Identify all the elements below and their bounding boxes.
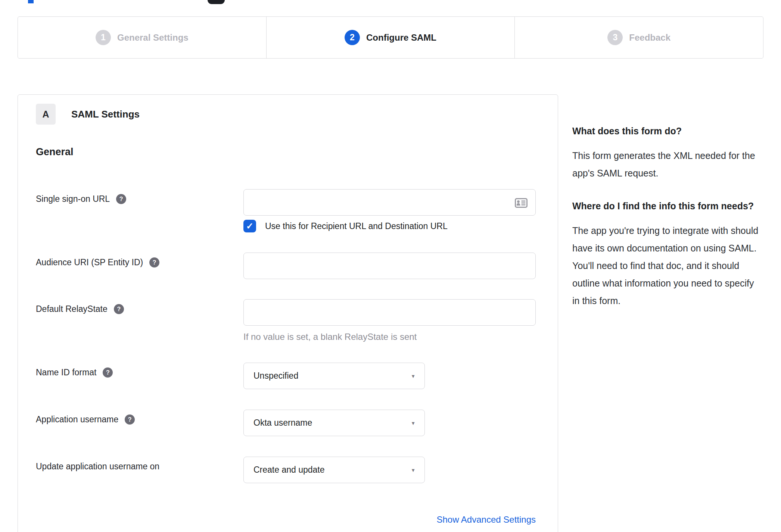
recipient-url-checkbox-label: Use this for Recipient URL and Destinati… <box>265 221 448 231</box>
audience-uri-label: Audience URI (SP Entity ID) <box>36 257 143 267</box>
step-label: Configure SAML <box>366 32 436 43</box>
help-icon[interactable]: ? <box>114 304 124 314</box>
selected-value: Okta username <box>253 418 312 428</box>
cropped-blue-fragment <box>28 0 34 3</box>
step-general-settings[interactable]: 1 General Settings <box>18 17 266 58</box>
step-number-badge: 1 <box>96 30 111 45</box>
general-subsection-title: General <box>36 146 558 158</box>
sso-url-row: Single sign-on URL ? <box>36 189 558 232</box>
update-app-username-row: Update application username on Create an… <box>36 457 558 483</box>
application-username-label: Application username <box>36 414 118 425</box>
advanced-settings-row: Show Advanced Settings <box>36 514 536 525</box>
name-id-format-label: Name ID format <box>36 367 96 378</box>
audience-uri-input[interactable] <box>243 253 536 279</box>
audience-uri-row: Audience URI (SP Entity ID) ? <box>36 253 558 279</box>
update-app-username-label: Update application username on <box>36 461 159 472</box>
show-advanced-settings-link[interactable]: Show Advanced Settings <box>436 514 536 525</box>
step-feedback[interactable]: 3 Feedback <box>514 17 763 58</box>
saml-settings-panel: A SAML Settings General Single sign-on U… <box>18 94 558 532</box>
recipient-url-checkbox-row: ✓ Use this for Recipient URL and Destina… <box>243 220 536 232</box>
help-icon[interactable]: ? <box>103 367 113 378</box>
name-id-format-row: Name ID format ? Unspecified ▼ <box>36 363 558 389</box>
cropped-dark-fragment <box>208 0 225 4</box>
application-username-row: Application username ? Okta username ▼ <box>36 410 558 436</box>
help-title: Where do I find the info this form needs… <box>572 197 761 215</box>
step-configure-saml[interactable]: 2 Configure SAML <box>266 17 515 58</box>
wizard-stepper: 1 General Settings 2 Configure SAML 3 Fe… <box>18 16 763 59</box>
help-icon[interactable]: ? <box>116 194 126 204</box>
help-body: The app you're trying to integrate with … <box>572 222 761 310</box>
step-number-badge: 2 <box>345 30 360 45</box>
selected-value: Create and update <box>253 465 325 475</box>
chevron-down-icon: ▼ <box>411 420 416 426</box>
relay-state-label: Default RelayState <box>36 304 108 314</box>
step-label: General Settings <box>117 32 189 43</box>
help-title: What does this form do? <box>572 122 761 140</box>
chevron-down-icon: ▼ <box>411 467 416 473</box>
relay-state-input[interactable] <box>243 299 536 326</box>
relay-state-hint: If no value is set, a blank RelayState i… <box>243 332 536 342</box>
help-block-what: What does this form do? This form genera… <box>572 122 761 182</box>
help-icon[interactable]: ? <box>125 414 135 425</box>
help-icon[interactable]: ? <box>149 257 159 267</box>
sso-url-label: Single sign-on URL <box>36 194 110 204</box>
update-app-username-select[interactable]: Create and update ▼ <box>243 457 425 483</box>
selected-value: Unspecified <box>253 371 298 381</box>
help-body: This form generates the XML needed for t… <box>572 147 761 182</box>
section-title: SAML Settings <box>71 109 140 120</box>
step-number-badge: 3 <box>607 30 623 45</box>
name-id-format-select[interactable]: Unspecified ▼ <box>243 363 425 389</box>
chevron-down-icon: ▼ <box>411 373 416 379</box>
recipient-url-checkbox[interactable]: ✓ <box>243 220 256 232</box>
section-badge-a: A <box>36 104 56 125</box>
step-label: Feedback <box>629 32 670 43</box>
application-username-select[interactable]: Okta username ▼ <box>243 410 425 436</box>
section-header: A SAML Settings <box>36 104 558 125</box>
sso-url-input[interactable] <box>243 189 536 216</box>
relay-state-row: Default RelayState ? If no value is set,… <box>36 299 558 342</box>
help-sidebar: What does this form do? This form genera… <box>572 122 761 310</box>
help-block-where: Where do I find the info this form needs… <box>572 197 761 310</box>
